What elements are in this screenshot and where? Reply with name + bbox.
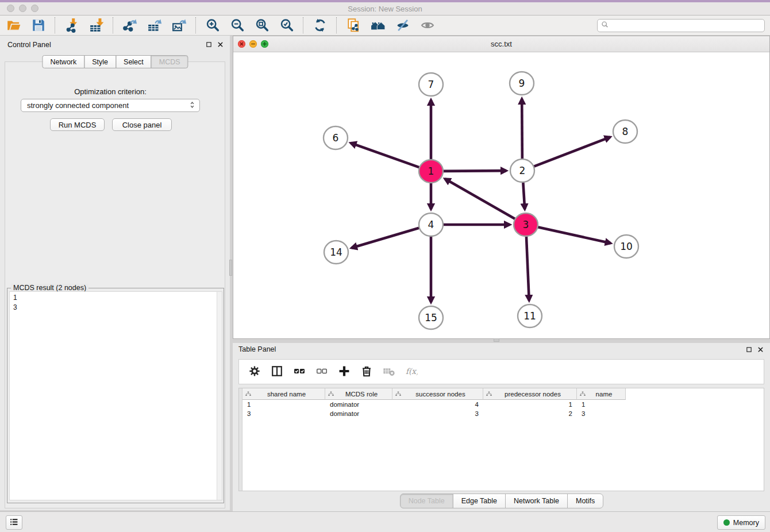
show-graphics-details-button[interactable] [415, 16, 440, 34]
criterion-select[interactable]: strongly connected component [21, 99, 200, 112]
column-header-label: successor nodes [402, 391, 483, 398]
tab-network-table[interactable]: Network Table [505, 494, 568, 508]
save-session-button[interactable] [26, 16, 51, 34]
table-row-0[interactable]: 1dominator411 [242, 400, 626, 409]
tab-node-table[interactable]: Node Table [400, 494, 453, 508]
column-header-shared-name[interactable]: shared name [242, 388, 325, 400]
zoom-out-button[interactable] [225, 16, 249, 34]
graph-node-label-6: 6 [333, 132, 339, 144]
zoom-selected-button[interactable] [274, 16, 299, 34]
main-toolbar [0, 16, 770, 36]
graph-edge-3-10[interactable] [537, 227, 611, 243]
import-table-button[interactable] [84, 16, 109, 34]
graph-edge-2-9[interactable] [522, 99, 522, 160]
open-file-button[interactable] [1, 16, 26, 34]
new-network-from-selection-button[interactable] [341, 16, 365, 34]
mcds-result-textarea[interactable]: 13 [9, 291, 222, 500]
table-row-1[interactable]: 3dominator323 [242, 409, 626, 418]
table-cell[interactable]: 3 [392, 409, 483, 418]
show-columns-button[interactable] [268, 363, 286, 380]
add-column-button[interactable] [336, 363, 353, 380]
graph-edge-2-3[interactable] [523, 181, 525, 209]
apply-layout-icon [313, 18, 328, 33]
column-header-predecessor-nodes[interactable]: predecessor nodes [483, 388, 577, 400]
network-graph: 7968124314101511 [233, 52, 769, 338]
table-cell[interactable]: 1 [242, 400, 325, 409]
graph-edge-1-2[interactable] [442, 171, 506, 171]
result-scrollbar[interactable] [217, 292, 222, 500]
close-panel-button[interactable]: Close panel [112, 118, 172, 131]
run-mcds-button[interactable]: Run MCDS [50, 118, 105, 131]
zoom-in-button[interactable] [200, 16, 225, 34]
tab-network[interactable]: Network [42, 55, 84, 68]
apply-layout-button[interactable] [307, 16, 332, 34]
hide-graphics-details-button[interactable] [390, 16, 415, 34]
table-settings-button[interactable] [246, 363, 263, 380]
float-panel-icon[interactable] [205, 41, 213, 48]
table-cell[interactable]: 1 [577, 400, 626, 409]
toolbar-group-4 [307, 16, 332, 34]
control-panel-window-buttons [205, 41, 224, 48]
table-cell[interactable]: dominator [325, 409, 392, 418]
float-panel-icon[interactable] [745, 346, 753, 353]
column-type-icon [395, 391, 402, 397]
table-cell[interactable]: 1 [483, 400, 577, 409]
table-cell[interactable]: 2 [483, 409, 577, 418]
first-neighbors-button[interactable] [365, 16, 390, 34]
table-cell[interactable]: dominator [325, 400, 392, 409]
graph-edge-1-6[interactable] [351, 143, 421, 168]
app-titlebar: Session: New Session [0, 2, 770, 16]
export-image-icon [172, 18, 187, 33]
zoom-fit-button[interactable] [249, 16, 274, 34]
select-all-columns-icon [293, 365, 306, 379]
close-panel-icon[interactable] [757, 346, 764, 353]
graph-edge-3-11[interactable] [526, 235, 529, 300]
export-image-button[interactable] [167, 16, 191, 34]
delete-columns-button[interactable] [358, 363, 375, 380]
node-table[interactable]: shared nameMCDS rolesuccessor nodesprede… [238, 388, 764, 491]
table-cell[interactable]: 3 [577, 409, 626, 418]
graph-edge-4-14[interactable] [352, 228, 421, 248]
deselect-all-columns-button[interactable] [313, 363, 330, 380]
column-type-icon [486, 391, 492, 397]
mcds-result-group: MCDS result (2 nodes) 13 [7, 288, 224, 503]
tab-motifs[interactable]: Motifs [567, 494, 603, 508]
column-header-MCDS-role[interactable]: MCDS role [325, 388, 392, 400]
table-cell[interactable]: 4 [392, 400, 483, 409]
toolbar-separator [55, 17, 55, 33]
column-header-name[interactable]: name [577, 388, 626, 400]
column-header-successor-nodes[interactable]: successor nodes [392, 388, 483, 400]
delete-table-icon [383, 365, 395, 379]
export-table-button[interactable] [142, 16, 167, 34]
memory-button[interactable]: Memory [717, 515, 765, 530]
select-stepper-icon [188, 101, 196, 111]
vertical-splitter-grip[interactable] [229, 260, 232, 276]
function-builder-button: f(x) [403, 363, 420, 380]
tab-edge-table[interactable]: Edge Table [453, 494, 506, 508]
tab-style[interactable]: Style [84, 55, 116, 68]
delete-table-button [380, 363, 398, 380]
select-all-columns-button[interactable] [291, 363, 308, 380]
graph-node-label-1: 1 [428, 165, 434, 177]
memory-label: Memory [733, 519, 759, 527]
search-field[interactable] [597, 19, 765, 32]
toolbar-group-5 [341, 16, 440, 34]
table-cell[interactable]: 3 [242, 409, 325, 418]
close-panel-icon[interactable] [217, 41, 224, 48]
tab-mcds[interactable]: MCDS [151, 55, 188, 68]
column-header-label: shared name [252, 391, 325, 398]
table-toolbar: f(x) [238, 359, 764, 384]
search-input[interactable] [610, 20, 764, 32]
graph-node-label-15: 15 [425, 312, 437, 323]
table-bottom-tabs: Node TableEdge TableNetwork TableMotifs [233, 494, 770, 508]
zoom-selected-icon [279, 18, 294, 33]
task-history-button[interactable] [6, 515, 22, 530]
import-network-button[interactable] [59, 16, 84, 34]
export-network-button[interactable] [117, 16, 142, 34]
network-canvas[interactable]: 7968124314101511 [233, 52, 769, 338]
graph-node-label-8: 8 [622, 126, 629, 137]
graph-edge-2-8[interactable] [533, 137, 610, 167]
tab-select[interactable]: Select [116, 55, 152, 68]
horizontal-splitter-grip[interactable] [494, 338, 499, 342]
graph-edge-3-1[interactable] [445, 179, 516, 219]
